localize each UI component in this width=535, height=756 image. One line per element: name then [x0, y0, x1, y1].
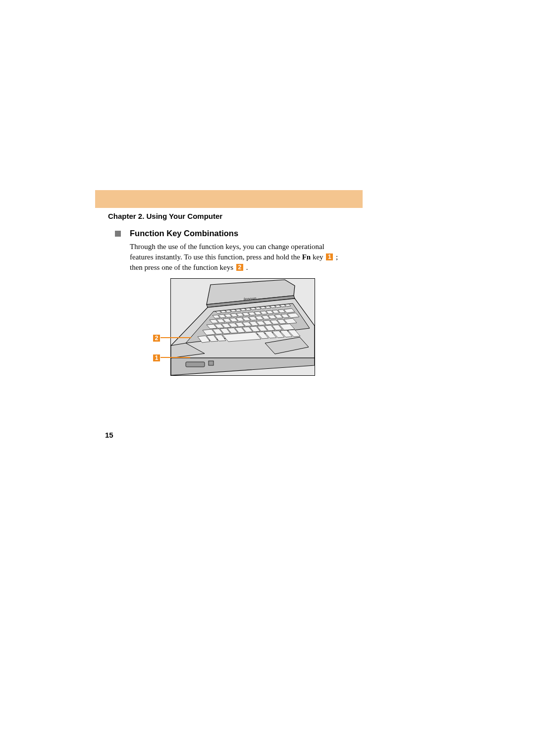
page: Chapter 2. Using Your Computer Function … — [0, 0, 535, 756]
para-text-2: key — [311, 253, 325, 261]
section-heading: Function Key Combinations — [130, 229, 238, 238]
brand-text: lenovo — [244, 296, 257, 302]
para-text-1: Through the use of the function keys, yo… — [130, 243, 324, 261]
callout-badge-2: 2 — [153, 334, 160, 343]
header-band — [95, 190, 363, 208]
chapter-title: Chapter 2. Using Your Computer — [108, 212, 222, 220]
laptop-keyboard-icon: lenovo — [171, 279, 315, 375]
leader-line-2 — [160, 337, 191, 338]
callout-badge-1: 1 — [153, 353, 160, 362]
leader-line-1 — [160, 357, 190, 358]
page-number: 15 — [105, 431, 113, 439]
callout-label-1: 1 — [153, 354, 160, 361]
svg-rect-82 — [186, 362, 205, 367]
para-text-4: . — [244, 263, 248, 271]
figure-laptop-keyboard: lenovo — [170, 278, 315, 376]
inline-badge-2: 2 — [236, 264, 243, 271]
inline-badge-1: 1 — [326, 253, 333, 260]
svg-rect-83 — [209, 361, 214, 365]
callout-label-2: 2 — [153, 335, 160, 342]
section-paragraph: Through the use of the function keys, yo… — [130, 242, 348, 273]
section-bullet-icon — [115, 231, 121, 237]
fn-key-label: Fn — [302, 253, 311, 261]
